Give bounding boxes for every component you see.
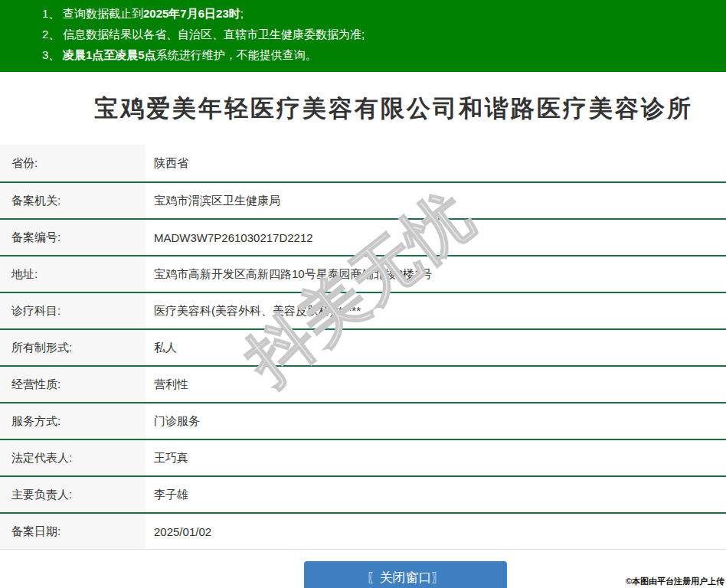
row-label: 省份: (0, 145, 146, 181)
close-window-button[interactable]: 〖关闭窗口〗 (304, 561, 507, 588)
row-value: 营利性 (146, 367, 726, 402)
notice-line-3: 3、凌晨1点至凌晨5点系统进行维护，不能提供查询。 (42, 44, 718, 65)
row-label: 法定代表人: (0, 440, 146, 475)
page-title: 宝鸡爱美年轻医疗美容有限公司和谐路医疗美容诊所 (94, 93, 693, 125)
row-value: 门诊服务 (146, 403, 726, 439)
notice-text-bold: 2025年7月6日23时 (143, 7, 240, 20)
notice-text: 系统进行维护，不能提供查询。 (156, 48, 317, 61)
row-value: 2025/01/02 (146, 514, 726, 549)
notice-text: 查询数据截止到 (63, 7, 143, 20)
notice-line-2: 2、信息数据结果以各省、自治区、直辖市卫生健康委数据为准; (42, 24, 718, 44)
notice-number: 1、 (42, 3, 63, 24)
notice-number: 3、 (42, 44, 63, 65)
notice-text: ; (240, 7, 244, 20)
table-row-filing-authority: 备案机关: 宝鸡市渭滨区卫生健康局 (0, 181, 726, 218)
notice-number: 2、 (42, 24, 63, 44)
registration-info-table: 省份: 陕西省 备案机关: 宝鸡市渭滨区卫生健康局 备案编号: MADW3W7P… (0, 145, 726, 550)
table-row-address: 地址: 宝鸡市高新开发区高新四路10号星泰园商铺北楼2楼1号 (0, 255, 726, 292)
query-result-page: { "notices": { "items": [ { "num": "1、",… (0, 0, 726, 588)
table-row-filing-date: 备案日期: 2025/01/02 (0, 512, 726, 549)
row-label: 备案机关: (0, 183, 146, 218)
row-label: 经营性质: (0, 367, 146, 402)
table-row-filing-number: 备案编号: MADW3W7P261030217D2212 (0, 218, 726, 255)
row-value: 医疗美容科(美容外科、美容皮肤科)****** (146, 293, 726, 328)
notice-line-1: 1、查询数据截止到2025年7月6日23时; (42, 3, 718, 24)
row-value: 李子雄 (146, 477, 726, 512)
row-value: MADW3W7P261030217D2212 (146, 220, 726, 255)
table-row-service-mode: 服务方式: 门诊服务 (0, 402, 726, 439)
row-value: 王巧真 (146, 440, 726, 475)
image-attribution: ©本图由平台注册用户上传 (626, 576, 724, 587)
row-value: 宝鸡市高新开发区高新四路10号星泰园商铺北楼2楼1号 (146, 256, 726, 292)
notice-text-bold: 凌晨1点至凌晨5点 (63, 48, 156, 61)
row-label: 所有制形式: (0, 330, 146, 365)
row-label: 备案编号: (0, 220, 146, 255)
row-label: 主要负责人: (0, 477, 146, 512)
row-label: 诊疗科目: (0, 293, 146, 328)
row-value: 私人 (146, 330, 726, 365)
row-label: 备案日期: (0, 514, 146, 549)
table-row-principal: 主要负责人: 李子雄 (0, 475, 726, 512)
notice-text: 信息数据结果以各省、自治区、直辖市卫生健康委数据为准; (63, 28, 365, 41)
notice-banner: 1、查询数据截止到2025年7月6日23时; 2、信息数据结果以各省、自治区、直… (0, 0, 726, 72)
table-row-ownership-form: 所有制形式: 私人 (0, 328, 726, 365)
table-row-legal-representative: 法定代表人: 王巧真 (0, 439, 726, 475)
row-value: 宝鸡市渭滨区卫生健康局 (146, 183, 726, 218)
title-area: 宝鸡爱美年轻医疗美容有限公司和谐路医疗美容诊所 (0, 72, 726, 145)
table-row-treatment-subjects: 诊疗科目: 医疗美容科(美容外科、美容皮肤科)****** (0, 292, 726, 328)
table-row-business-nature: 经营性质: 营利性 (0, 365, 726, 402)
row-value: 陕西省 (146, 145, 726, 181)
row-label: 地址: (0, 256, 146, 292)
row-label: 服务方式: (0, 403, 146, 439)
table-row-province: 省份: 陕西省 (0, 145, 726, 181)
